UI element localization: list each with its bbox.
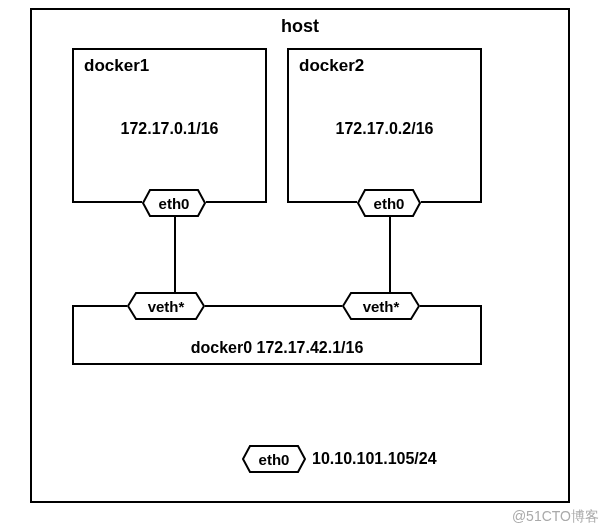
docker2-eth0-iface: eth0 bbox=[357, 189, 421, 217]
bridge-label: docker0 172.17.42.1/16 bbox=[74, 339, 480, 357]
host-eth0-label: eth0 bbox=[259, 451, 290, 468]
host-box: host docker1 172.17.0.1/16 docker2 172.1… bbox=[30, 8, 570, 503]
docker1-ip: 172.17.0.1/16 bbox=[74, 120, 265, 138]
veth2-iface: veth* bbox=[342, 292, 420, 320]
docker2-ip: 172.17.0.2/16 bbox=[289, 120, 480, 138]
host-eth0-iface: eth0 bbox=[242, 445, 306, 473]
host-ip: 10.10.101.105/24 bbox=[312, 450, 437, 468]
link-docker1-to-bridge bbox=[174, 217, 176, 295]
veth1-label: veth* bbox=[148, 298, 185, 315]
container-docker2: docker2 172.17.0.2/16 bbox=[287, 48, 482, 203]
veth1-iface: veth* bbox=[127, 292, 205, 320]
veth2-label: veth* bbox=[363, 298, 400, 315]
docker1-eth0-label: eth0 bbox=[159, 195, 190, 212]
link-docker2-to-bridge bbox=[389, 217, 391, 295]
docker1-eth0-iface: eth0 bbox=[142, 189, 206, 217]
watermark: @51CTO博客 bbox=[512, 508, 599, 526]
docker1-title: docker1 bbox=[84, 56, 149, 76]
docker2-eth0-label: eth0 bbox=[374, 195, 405, 212]
container-docker1: docker1 172.17.0.1/16 bbox=[72, 48, 267, 203]
docker2-title: docker2 bbox=[299, 56, 364, 76]
host-title: host bbox=[32, 16, 568, 37]
